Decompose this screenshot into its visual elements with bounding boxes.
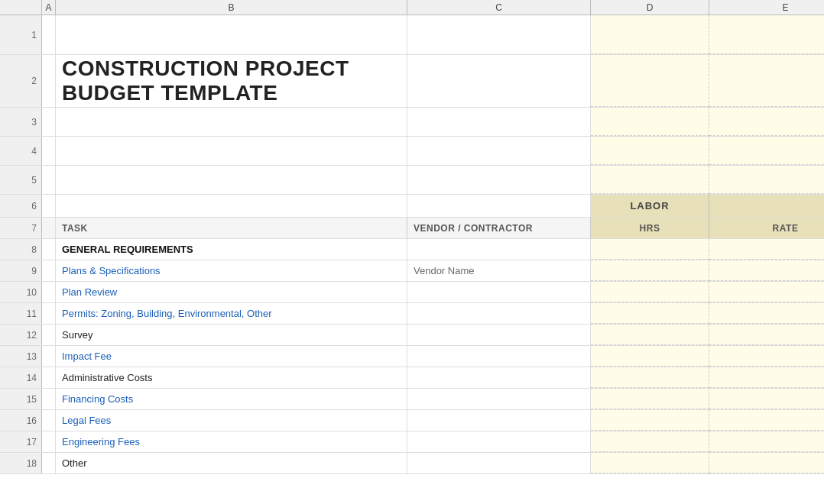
cell-12c[interactable] xyxy=(407,325,591,345)
cell-13d[interactable] xyxy=(591,346,709,367)
row-5: 5 xyxy=(0,166,824,195)
cell-13a xyxy=(42,346,56,367)
cell-14d[interactable] xyxy=(591,367,709,388)
col-header-d: D xyxy=(591,0,709,15)
row-num-1: 1 xyxy=(0,15,42,54)
cell-8b[interactable]: GENERAL REQUIREMENTS xyxy=(56,239,407,260)
col-header-e: E xyxy=(709,0,824,15)
cell-1d[interactable] xyxy=(591,15,709,54)
cell-12d[interactable] xyxy=(591,325,709,345)
cell-17d[interactable] xyxy=(591,431,709,452)
cell-1e[interactable] xyxy=(709,15,824,54)
vendor-col-label: VENDOR / CONTRACTOR xyxy=(407,218,591,238)
row-15: 15 Financing Costs xyxy=(0,389,824,410)
cell-15c[interactable] xyxy=(407,389,591,409)
cell-9d[interactable] xyxy=(591,260,709,281)
cell-2e[interactable] xyxy=(709,55,824,107)
cell-16d[interactable] xyxy=(591,410,709,431)
cell-18e[interactable] xyxy=(709,453,824,473)
cell-18d[interactable] xyxy=(591,453,709,473)
cell-11b[interactable]: Permits: Zoning, Building, Environmental… xyxy=(56,303,407,324)
cell-15d[interactable] xyxy=(591,389,709,409)
cell-12a xyxy=(42,325,56,345)
row-13: 13 Impact Fee xyxy=(0,346,824,367)
cell-2b[interactable]: CONSTRUCTION PROJECT BUDGET TEMPLATE xyxy=(56,55,407,107)
row-num-18: 18 xyxy=(0,453,42,473)
cell-11d[interactable] xyxy=(591,303,709,324)
row-12: 12 Survey xyxy=(0,325,824,346)
cell-14e[interactable] xyxy=(709,367,824,388)
cell-10b[interactable]: Plan Review xyxy=(56,282,407,302)
cell-1b[interactable] xyxy=(56,15,407,54)
administrative-costs-label: Administrative Costs xyxy=(62,372,152,383)
cell-13c[interactable] xyxy=(407,346,591,367)
cell-3e[interactable] xyxy=(709,108,824,136)
cell-1c[interactable] xyxy=(407,15,591,54)
row-num-11: 11 xyxy=(0,303,42,324)
cell-6b[interactable] xyxy=(56,195,407,217)
cell-8e[interactable] xyxy=(709,239,824,260)
cell-5e[interactable] xyxy=(709,166,824,194)
row-num-2: 2 xyxy=(0,55,42,107)
cell-4b[interactable] xyxy=(56,137,407,165)
cell-12b[interactable]: Survey xyxy=(56,325,407,345)
cell-11c[interactable] xyxy=(407,303,591,324)
cell-8c[interactable] xyxy=(407,239,591,260)
cell-17e[interactable] xyxy=(709,431,824,452)
general-requirements-label: GENERAL REQUIREMENTS xyxy=(62,244,193,255)
cell-15a xyxy=(42,389,56,409)
cell-5b[interactable] xyxy=(56,166,407,194)
cell-10c[interactable] xyxy=(407,282,591,302)
row-2: 2 CONSTRUCTION PROJECT BUDGET TEMPLATE xyxy=(0,55,824,108)
cell-5d[interactable] xyxy=(591,166,709,194)
row-1: 1 xyxy=(0,15,824,55)
cell-9e[interactable] xyxy=(709,260,824,281)
cell-3d[interactable] xyxy=(591,108,709,136)
cell-3b[interactable] xyxy=(56,108,407,136)
cell-16b[interactable]: Legal Fees xyxy=(56,410,407,431)
row-7: 7 TASK VENDOR / CONTRACTOR HRS RATE xyxy=(0,218,824,239)
row-18: 18 Other xyxy=(0,453,824,474)
cell-13e[interactable] xyxy=(709,346,824,367)
cell-8d[interactable] xyxy=(591,239,709,260)
vendor-name-9: Vendor Name xyxy=(414,265,475,276)
hrs-col-label: HRS xyxy=(591,218,709,238)
cell-18c[interactable] xyxy=(407,453,591,473)
cell-11e[interactable] xyxy=(709,303,824,324)
cell-10d[interactable] xyxy=(591,282,709,302)
col-header-b: B xyxy=(56,0,407,15)
cell-14c[interactable] xyxy=(407,367,591,388)
cell-9c[interactable]: Vendor Name xyxy=(407,260,591,281)
row-16: 16 Legal Fees xyxy=(0,410,824,431)
cell-5a xyxy=(42,166,56,194)
cell-4c[interactable] xyxy=(407,137,591,165)
row-9: 9 Plans & Specifications Vendor Name xyxy=(0,260,824,282)
cell-5c[interactable] xyxy=(407,166,591,194)
cell-2d[interactable] xyxy=(591,55,709,107)
cell-14b[interactable]: Administrative Costs xyxy=(56,367,407,388)
row-8: 8 GENERAL REQUIREMENTS xyxy=(0,239,824,260)
row-num-16: 16 xyxy=(0,410,42,431)
cell-17c[interactable] xyxy=(407,431,591,452)
row-11: 11 Permits: Zoning, Building, Environmen… xyxy=(0,303,824,325)
col-header-c: C xyxy=(407,0,591,15)
cell-15e[interactable] xyxy=(709,389,824,409)
cell-6c[interactable] xyxy=(407,195,591,217)
cell-13b[interactable]: Impact Fee xyxy=(56,346,407,367)
cell-16e[interactable] xyxy=(709,410,824,431)
cell-16c[interactable] xyxy=(407,410,591,431)
cell-15b[interactable]: Financing Costs xyxy=(56,389,407,409)
cell-4e[interactable] xyxy=(709,137,824,165)
cell-17b[interactable]: Engineering Fees xyxy=(56,431,407,452)
cell-3c[interactable] xyxy=(407,108,591,136)
engineering-fees-label: Engineering Fees xyxy=(62,436,140,447)
row-num-14: 14 xyxy=(0,367,42,388)
cell-12e[interactable] xyxy=(709,325,824,345)
cell-10a xyxy=(42,282,56,302)
cell-2c[interactable] xyxy=(407,55,591,107)
cell-9b[interactable]: Plans & Specifications xyxy=(56,260,407,281)
cell-10e[interactable] xyxy=(709,282,824,302)
task-col-label: TASK xyxy=(56,218,407,238)
cell-18b[interactable]: Other xyxy=(56,453,407,473)
cell-4d[interactable] xyxy=(591,137,709,165)
